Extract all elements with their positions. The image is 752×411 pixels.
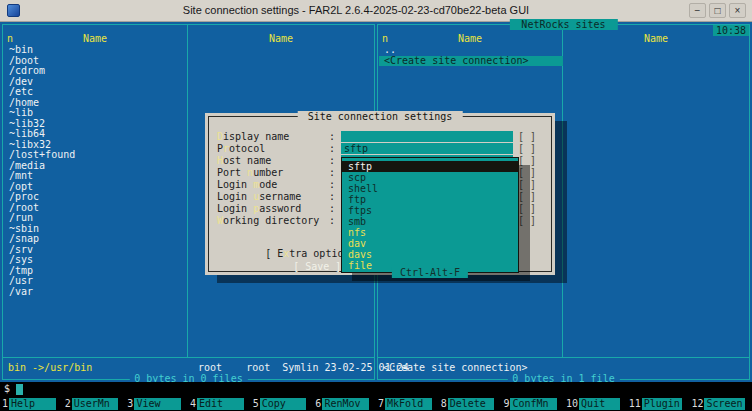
function-key-bar: 1Help2UserMn3View4Edit5Copy6RenMov7MkFol… xyxy=(0,397,752,411)
protocol-option-shell[interactable]: shell xyxy=(342,183,518,194)
label-colon: : xyxy=(329,215,341,226)
label-colon: : xyxy=(329,143,341,154)
file-item[interactable]: /tmp xyxy=(9,266,185,277)
label-colon: : xyxy=(329,179,341,190)
fkey-10[interactable]: 10Quit xyxy=(564,397,627,411)
protocol-option-nfs[interactable]: nfs xyxy=(342,227,518,238)
file-item[interactable]: /sys xyxy=(9,255,185,266)
fkey-label: UserMn xyxy=(72,398,119,410)
file-item[interactable]: ~lib xyxy=(9,108,185,119)
status-separator xyxy=(3,357,374,358)
label-pre: Login xyxy=(217,179,253,190)
fkey-label: View xyxy=(134,398,181,410)
fkey-number: 9 xyxy=(501,397,510,411)
fkey-8[interactable]: 8Delete xyxy=(439,397,502,411)
protocol-option-sftp[interactable]: sftp xyxy=(342,161,518,172)
clock: 10:38 xyxy=(713,25,749,36)
status-file-info: <Create site connection> xyxy=(383,362,528,373)
field-label: Login password xyxy=(217,203,329,214)
field-label: Working directory xyxy=(217,215,329,226)
protocol-option-ftps[interactable]: ftps xyxy=(342,205,518,216)
protocol-option-ftp[interactable]: ftp xyxy=(342,194,518,205)
create-site-connection-item[interactable]: <Create site connection> xyxy=(379,56,563,67)
column-separator xyxy=(187,25,188,358)
fkey-label: Help xyxy=(9,398,56,410)
file-item[interactable]: /snap xyxy=(9,234,185,245)
field-label: Host name xyxy=(217,155,329,166)
command-prompt: $ xyxy=(4,383,10,394)
column-header-name: Name xyxy=(188,33,374,44)
fkey-number: 5 xyxy=(251,397,260,411)
file-item[interactable]: /root xyxy=(9,203,185,214)
file-item[interactable]: ~lib64 xyxy=(9,129,185,140)
display-name-input[interactable] xyxy=(341,131,513,142)
label-pre: Login xyxy=(217,191,253,202)
label-post: sername xyxy=(259,191,301,202)
text-cursor xyxy=(16,384,23,395)
fkey-number: 3 xyxy=(125,397,134,411)
fkey-1[interactable]: 1Help xyxy=(0,397,63,411)
label-colon: : xyxy=(329,191,341,202)
file-item[interactable]: /lost+found xyxy=(9,150,185,161)
file-item[interactable]: /etc xyxy=(9,87,185,98)
file-item[interactable]: /mnt xyxy=(9,171,185,182)
file-item[interactable]: /usr xyxy=(9,276,185,287)
file-item[interactable]: /home xyxy=(9,98,185,109)
file-item[interactable]: /srv xyxy=(9,245,185,256)
fkey-7[interactable]: 7MkFold xyxy=(376,397,439,411)
file-item[interactable]: /media xyxy=(9,161,185,172)
column-header-name: Name xyxy=(378,33,562,44)
fkey-11[interactable]: 11Plugin xyxy=(627,397,690,411)
fkey-number: 1 xyxy=(0,397,9,411)
field-history-brackets: [ ] xyxy=(518,131,536,142)
label-post: ost name xyxy=(223,155,271,166)
label-colon: : xyxy=(329,203,341,214)
maximize-icon[interactable]: □ xyxy=(709,3,726,18)
fkey-9[interactable]: 9ConfMn xyxy=(501,397,564,411)
fkey-number: 10 xyxy=(564,397,579,411)
field-label: Login username xyxy=(217,191,329,202)
fkey-number: 11 xyxy=(627,397,642,411)
file-item[interactable]: /cdrom xyxy=(9,66,185,77)
field-label: Login mode xyxy=(217,179,329,190)
protocol-option-smb[interactable]: smb xyxy=(342,216,518,227)
label-pre: Port xyxy=(217,167,247,178)
file-item[interactable]: /dev xyxy=(9,77,185,88)
label-post: orking directory xyxy=(223,215,319,226)
parent-dir-item[interactable]: .. xyxy=(379,45,563,56)
fkey-3[interactable]: 3View xyxy=(125,397,188,411)
fkey-label: Plugin xyxy=(642,398,683,410)
file-item[interactable]: /proc xyxy=(9,192,185,203)
main-area: n Name Name ~bin/boot/cdrom/dev/etc/home… xyxy=(0,22,752,382)
command-line[interactable]: $ xyxy=(0,382,752,397)
label-post: assword xyxy=(259,203,301,214)
fkey-12[interactable]: 12Screen xyxy=(689,397,752,411)
protocol-option-davs[interactable]: davs xyxy=(342,249,518,260)
fkey-5[interactable]: 5Copy xyxy=(251,397,314,411)
window-title: Site connection settings - FAR2L 2.6.4-2… xyxy=(30,4,682,16)
label-colon: : xyxy=(329,155,341,166)
file-item[interactable]: /run xyxy=(9,213,185,224)
protocol-option-dav[interactable]: dav xyxy=(342,238,518,249)
file-list: ~bin/boot/cdrom/dev/etc/home~lib~lib32~l… xyxy=(9,45,185,297)
file-item[interactable]: ~bin xyxy=(9,45,185,56)
protocol-option-scp[interactable]: scp xyxy=(342,172,518,183)
fkey-label: Copy xyxy=(260,398,307,410)
protocol-input[interactable]: sftp xyxy=(341,143,513,154)
label-post: ode xyxy=(259,179,277,190)
file-item[interactable]: /var xyxy=(9,287,185,298)
fkey-number: 2 xyxy=(63,397,72,411)
fkey-4[interactable]: 4Edit xyxy=(188,397,251,411)
fkey-2[interactable]: 2UserMn xyxy=(63,397,126,411)
label-colon: : xyxy=(329,167,341,178)
minimize-icon[interactable]: − xyxy=(689,3,706,18)
field-history-brackets: [ ] xyxy=(518,143,536,154)
fkey-6[interactable]: 6RenMov xyxy=(313,397,376,411)
close-icon[interactable]: × xyxy=(729,3,746,18)
fkey-number: 7 xyxy=(376,397,385,411)
far2l-window: Site connection settings - FAR2L 2.6.4-2… xyxy=(0,0,752,411)
protocol-dropdown: Ctrl-Alt-F sftpscpshellftpftpssmbnfsdavd… xyxy=(341,157,519,273)
site-list: ..<Create site connection> xyxy=(379,45,563,66)
fkey-label: Quit xyxy=(579,398,620,410)
field-label: Display name xyxy=(217,131,329,142)
